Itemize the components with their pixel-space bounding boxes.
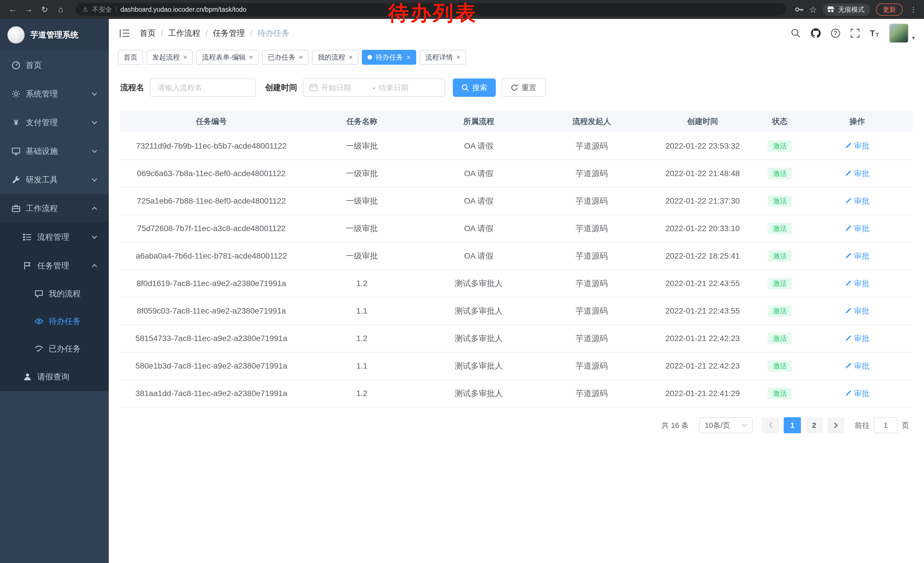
sidebar-item-task-mgmt[interactable]: 任务管理 <box>0 251 109 280</box>
sidebar-item-todo-tasks[interactable]: 待办任务 <box>0 308 109 335</box>
breadcrumb-item[interactable]: 任务管理 <box>213 28 245 39</box>
approve-link[interactable]: 审批 <box>845 196 869 206</box>
home-button[interactable]: ⌂ <box>54 3 68 17</box>
approve-link[interactable]: 审批 <box>845 306 869 316</box>
date-range-picker[interactable]: - <box>303 78 445 97</box>
sidebar-item-workflow[interactable]: 工作流程 <box>0 194 109 223</box>
forward-button[interactable]: → <box>22 3 36 17</box>
next-page-button[interactable] <box>827 417 844 433</box>
task-name: 一级审批 <box>303 160 422 187</box>
sidebar-item-system[interactable]: 系统管理 <box>0 80 109 108</box>
pencil-icon <box>845 308 852 314</box>
breadcrumb-separator: / <box>250 29 252 38</box>
tab-home[interactable]: 首页 <box>118 50 143 65</box>
fullscreen-icon[interactable] <box>850 29 860 38</box>
font-size-icon[interactable]: TT <box>870 29 879 38</box>
close-icon[interactable]: × <box>249 54 253 61</box>
tab-my-process[interactable]: 我的流程 × <box>312 50 358 65</box>
search-icon[interactable] <box>791 29 801 38</box>
approve-link[interactable]: 审批 <box>845 141 869 151</box>
approve-label: 审批 <box>854 168 869 179</box>
close-icon[interactable]: × <box>299 54 303 61</box>
sidebar-item-label: 系统管理 <box>26 89 58 99</box>
wrench-icon <box>12 175 21 185</box>
breadcrumb-item[interactable]: 工作流程 <box>168 28 200 39</box>
sidebar-item-devtools[interactable]: 研发工具 <box>0 165 109 194</box>
address-bar[interactable]: ⚠ 不安全 dashboard.yudao.iocoder.cn/bpm/tas… <box>76 3 786 16</box>
sidebar-item-done-tasks[interactable]: 已办任务 <box>0 335 109 363</box>
goto-page-input[interactable] <box>874 417 898 433</box>
task-table: 任务编号 任务名称 所属流程 流程发起人 创建时间 状态 操作 73211d9d… <box>120 111 912 407</box>
breadcrumb-item[interactable]: 首页 <box>140 28 156 39</box>
search-button[interactable]: 搜索 <box>453 78 496 97</box>
reset-button[interactable]: 重置 <box>501 78 546 97</box>
approve-link[interactable]: 审批 <box>845 278 869 289</box>
sidebar-toggle[interactable] <box>118 26 132 40</box>
help-icon[interactable]: ? <box>831 29 840 38</box>
sidebar-item-home[interactable]: 首页 <box>0 51 109 80</box>
approve-link[interactable]: 审批 <box>845 251 869 261</box>
pencil-icon <box>845 280 852 287</box>
approve-link[interactable]: 审批 <box>845 168 869 179</box>
process-name: OA 请假 <box>422 242 536 270</box>
tab-start-process[interactable]: 发起流程 × <box>147 50 193 65</box>
yen-icon: ¥ <box>12 118 21 127</box>
start-date-input[interactable] <box>321 83 369 92</box>
approve-link[interactable]: 审批 <box>845 388 869 399</box>
table-row: 725a1eb6-7b88-11ec-8ef0-acde48001122 一级审… <box>120 187 912 215</box>
tab-done-tasks[interactable]: 已办任务 × <box>262 50 309 65</box>
tab-todo-tasks[interactable]: 待办任务 × <box>362 50 416 65</box>
task-name: 一级审批 <box>303 215 422 242</box>
pencil-icon <box>845 252 852 260</box>
sidebar-item-payment[interactable]: ¥ 支付管理 <box>0 108 109 137</box>
close-icon[interactable]: × <box>349 54 352 61</box>
eye-icon <box>34 317 44 326</box>
task-id: 73211d9d-7b9b-11ec-b5b7-acde48001122 <box>120 132 303 160</box>
tags-view: 首页 发起流程 × 流程表单-编辑 × 已办任务 × 我的流程 × <box>109 48 924 67</box>
user-icon <box>23 372 32 381</box>
process-name: 测试多审批人 <box>422 270 536 297</box>
page-size-select[interactable]: 10条/页 <box>699 417 753 433</box>
approve-link[interactable]: 审批 <box>845 333 869 344</box>
sidebar-item-process-mgmt[interactable]: 流程管理 <box>0 223 109 251</box>
prev-page-button[interactable] <box>762 417 779 433</box>
github-icon[interactable] <box>811 29 820 38</box>
task-name: 一级审批 <box>303 242 422 270</box>
table-row: 73211d9d-7b9b-11ec-b5b7-acde48001122 一级审… <box>120 132 912 160</box>
chevron-down-icon <box>92 121 98 124</box>
end-date-input[interactable] <box>379 83 427 92</box>
omnibox-divider <box>116 6 117 13</box>
update-button[interactable]: 更新 <box>876 3 903 16</box>
process-name: OA 请假 <box>422 187 536 215</box>
key-icon[interactable] <box>794 5 804 14</box>
column-header: 操作 <box>801 111 912 132</box>
column-header: 任务编号 <box>120 111 303 132</box>
approve-link[interactable]: 审批 <box>845 361 869 371</box>
tab-process-form-edit[interactable]: 流程表单-编辑 × <box>196 50 259 65</box>
status-badge: 激活 <box>768 278 792 289</box>
close-icon[interactable]: × <box>406 54 411 61</box>
approve-link[interactable]: 审批 <box>845 224 869 234</box>
approve-label: 审批 <box>854 388 869 399</box>
browser-menu-icon[interactable]: ⋮ <box>909 5 918 14</box>
page-button-1[interactable]: 1 <box>784 417 801 433</box>
sidebar-item-my-process[interactable]: 我的流程 <box>0 280 109 308</box>
close-icon[interactable]: × <box>456 54 460 61</box>
avatar-caret-icon[interactable]: ▾ <box>912 35 915 41</box>
back-button[interactable]: ← <box>6 3 20 17</box>
chevron-up-icon <box>92 207 98 210</box>
process-name: 测试多审批人 <box>422 352 536 380</box>
sidebar-item-infra[interactable]: 基础设施 <box>0 137 109 165</box>
user-avatar[interactable] <box>889 24 909 43</box>
refresh-button[interactable]: ↻ <box>38 3 51 17</box>
process-starter: 芋道源码 <box>536 297 647 325</box>
bookmark-star-icon[interactable]: ☆ <box>809 5 817 15</box>
process-name-input[interactable] <box>150 78 256 97</box>
security-label: 不安全 <box>92 5 112 14</box>
total-count: 共 16 条 <box>662 420 689 431</box>
sidebar-item-leave-query[interactable]: 请假查询 <box>0 363 109 391</box>
table-row: 069c6a63-7b8a-11ec-8ef0-acde48001122 一级审… <box>120 160 912 187</box>
tab-process-detail[interactable]: 流程详情 × <box>420 50 466 65</box>
close-icon[interactable]: × <box>183 54 187 61</box>
page-button-2[interactable]: 2 <box>806 417 823 433</box>
